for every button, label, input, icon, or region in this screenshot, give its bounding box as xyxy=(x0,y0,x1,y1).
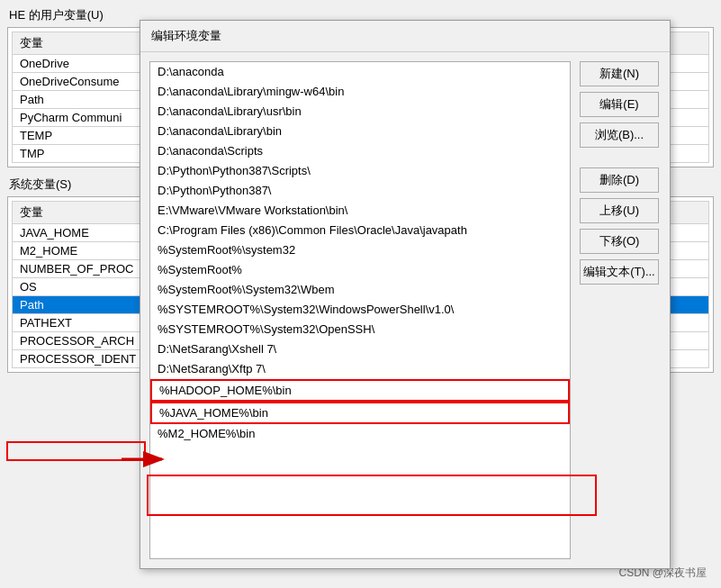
list-item[interactable]: %JAVA_HOME%\bin xyxy=(150,402,570,424)
dialog-title: 编辑环境变量 xyxy=(140,21,670,52)
path-list-container[interactable]: D:\anacondaD:\anaconda\Library\mingw-w64… xyxy=(149,61,571,559)
list-item[interactable]: D:\anaconda xyxy=(150,62,570,82)
outer-panel: HE 的用户变量(U) 变量 值 OneDriveC:\Users\...One… xyxy=(0,0,721,588)
new-button[interactable]: 新建(N) xyxy=(580,61,659,86)
list-item[interactable]: D:\Python\Python387\ xyxy=(150,181,570,201)
move-down-button[interactable]: 下移(O) xyxy=(580,229,659,254)
list-item[interactable]: %SystemRoot% xyxy=(150,260,570,280)
list-item[interactable]: %SYSTEMROOT%\System32\WindowsPowerShell\… xyxy=(150,300,570,320)
list-item[interactable]: D:\anaconda\Library\usr\bin xyxy=(150,102,570,122)
list-item[interactable]: D:\anaconda\Library\bin xyxy=(150,122,570,141)
list-item[interactable]: D:\NetSarang\Xshell 7\ xyxy=(150,339,570,359)
list-item[interactable]: %SYSTEMROOT%\System32\OpenSSH\ xyxy=(150,320,570,339)
dialog-buttons-container: 新建(N)编辑(E)浏览(B)...删除(D)上移(U)下移(O)编辑文本(T)… xyxy=(580,61,661,285)
list-item[interactable]: %M2_HOME%\bin xyxy=(150,424,570,444)
list-item[interactable]: D:\Python\Python387\Scripts\ xyxy=(150,161,570,181)
move-up-button[interactable]: 上移(U) xyxy=(580,198,659,223)
browse-button[interactable]: 浏览(B)... xyxy=(580,122,659,148)
dialog-body: D:\anacondaD:\anaconda\Library\mingw-w64… xyxy=(140,52,670,568)
list-item[interactable]: D:\NetSarang\Xftp 7\ xyxy=(150,359,570,379)
list-item[interactable]: D:\anaconda\Library\mingw-w64\bin xyxy=(150,82,570,102)
list-item[interactable]: %SystemRoot%\system32 xyxy=(150,240,570,260)
list-item[interactable]: %SystemRoot%\System32\Wbem xyxy=(150,280,570,300)
path-highlight-box xyxy=(6,441,146,461)
edit-env-dialog: 编辑环境变量 D:\anacondaD:\anaconda\Library\mi… xyxy=(140,20,671,569)
edit-text-button[interactable]: 编辑文本(T)... xyxy=(580,259,659,285)
edit-button[interactable]: 编辑(E) xyxy=(580,92,659,117)
list-item[interactable]: E:\VMware\VMware Workstation\bin\ xyxy=(150,201,570,221)
delete-button[interactable]: 删除(D) xyxy=(580,167,659,193)
list-item[interactable]: %HADOOP_HOME%\bin xyxy=(150,379,570,402)
list-item[interactable]: C:\Program Files (x86)\Common Files\Orac… xyxy=(150,221,570,240)
list-item[interactable]: D:\anaconda\Scripts xyxy=(150,141,570,161)
buttons-panel: 新建(N)编辑(E)浏览(B)...删除(D)上移(U)下移(O)编辑文本(T)… xyxy=(580,61,661,559)
path-list: D:\anacondaD:\anaconda\Library\mingw-w64… xyxy=(150,62,570,444)
